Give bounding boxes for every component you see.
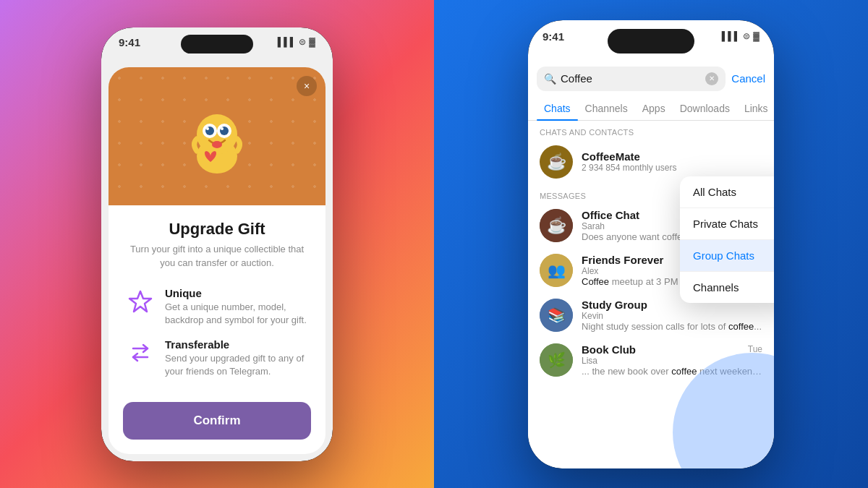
dynamic-island-right (608, 29, 694, 53)
signal-icon-right: ▌▌▌ (722, 31, 741, 41)
search-cancel-button[interactable]: Cancel (731, 72, 765, 85)
unique-description: Get a unique number, model, backdrop and… (165, 301, 308, 327)
status-time-left: 9:41 (119, 36, 140, 48)
gift-header: × (109, 67, 326, 206)
svg-point-1 (197, 114, 237, 155)
status-icons-right: ▌▌▌ ⊜ ▓ (722, 31, 760, 41)
avatar-coffeemate: ☕ (540, 145, 573, 179)
unique-icon (126, 287, 155, 316)
avatar-office: ☕ (540, 209, 573, 242)
dropdown-channels[interactable]: Channels (680, 272, 774, 303)
tab-chats[interactable]: Chats (537, 97, 578, 120)
svg-text:📚: 📚 (548, 307, 566, 324)
unique-title: Unique (165, 287, 308, 299)
transferable-feature-text: Transferable Send your upgraded gift to … (165, 338, 308, 378)
battery-icon-right: ▓ (753, 31, 760, 41)
tab-apps[interactable]: Apps (635, 97, 673, 120)
battery-icon-left: ▓ (309, 37, 315, 47)
search-clear-button[interactable]: ✕ (705, 72, 718, 85)
transferable-title: Transferable (165, 338, 308, 351)
svg-text:🌿: 🌿 (548, 351, 566, 369)
svg-point-7 (221, 127, 224, 130)
signal-icon-left: ▌▌▌ (278, 37, 297, 47)
search-icon: 🔍 (544, 73, 556, 85)
phone-content: 🔍 Coffee ✕ Cancel Chats Channels Ap (528, 61, 774, 468)
chat-info-coffeemate: CoffeeMate 2 934 854 monthly users (582, 150, 762, 173)
confirm-button[interactable]: Confirm (123, 402, 311, 440)
chat-sender-study: Kevin (582, 311, 762, 321)
chat-sub-coffeemate: 2 934 854 monthly users (582, 163, 762, 173)
avatar-book: 🌿 (540, 343, 573, 377)
avatar-study: 📚 (540, 299, 573, 332)
section-chats-header: CHATS AND CONTACTS (528, 121, 774, 140)
svg-point-8 (212, 141, 222, 148)
svg-point-6 (206, 127, 209, 130)
chat-name-office: Office Chat (582, 209, 639, 221)
status-time-right: 9:41 (542, 30, 564, 43)
right-panel: 9:41 ▌▌▌ ⊜ ▓ 🔍 Coffee ✕ Cancel (434, 0, 868, 488)
wifi-icon-right: ⊜ (743, 31, 750, 41)
wifi-icon-left: ⊜ (299, 37, 306, 47)
filter-dropdown: All Chats Private Chats Group Chats Chan… (680, 176, 774, 303)
tab-links[interactable]: Links (737, 97, 774, 120)
dynamic-island-left (181, 35, 253, 53)
tab-channels[interactable]: Channels (578, 97, 635, 120)
dropdown-group-chats[interactable]: Group Chats (680, 240, 774, 272)
gift-title-section: Upgrade Gift Turn your gift into a uniqu… (109, 205, 326, 275)
chat-info-study: Study Group Kevin Night study session ca… (582, 299, 762, 332)
dropdown-all-chats[interactable]: All Chats (680, 176, 774, 208)
dropdown-private-chats[interactable]: Private Chats (680, 208, 774, 240)
gift-feature-transferable: Transferable Send your upgraded gift to … (126, 338, 308, 378)
tabs-row: Chats Channels Apps Downloads Links (528, 97, 774, 121)
svg-marker-9 (129, 291, 151, 312)
left-panel: 9:41 ▌▌▌ ⊜ ▓ × (0, 0, 434, 488)
gift-feature-unique: Unique Get a unique number, model, backd… (126, 287, 308, 327)
search-bar: 🔍 Coffee ✕ Cancel (528, 61, 774, 97)
unique-feature-text: Unique Get a unique number, model, backd… (165, 287, 308, 327)
phone-left: 9:41 ▌▌▌ ⊜ ▓ × (101, 27, 333, 461)
gift-features: Unique Get a unique number, model, backd… (109, 275, 326, 402)
status-icons-left: ▌▌▌ ⊜ ▓ (278, 37, 315, 47)
gift-title: Upgrade Gift (126, 220, 308, 239)
gift-close-button[interactable]: × (297, 76, 317, 96)
svg-text:👥: 👥 (548, 262, 566, 279)
chat-name-book: Book Club (582, 343, 636, 356)
avatar-friends: 👥 (540, 254, 573, 287)
transferable-description: Send your upgraded gift to any of your f… (165, 352, 308, 378)
svg-text:☕: ☕ (547, 215, 567, 235)
search-value: Coffee (561, 72, 701, 85)
search-input-wrap[interactable]: 🔍 Coffee ✕ (537, 67, 726, 91)
tab-downloads[interactable]: Downloads (673, 97, 737, 120)
gift-subtitle: Turn your gift into a unique collectible… (126, 243, 308, 269)
gift-modal: × (109, 67, 326, 454)
phone-right: 9:41 ▌▌▌ ⊜ ▓ 🔍 Coffee ✕ Cancel (528, 20, 774, 468)
chat-preview-study: Night study session calls for lots of co… (582, 321, 762, 332)
transfer-icon (126, 338, 155, 367)
close-icon: × (304, 80, 310, 92)
gift-emoji (177, 104, 257, 194)
chat-name-coffeemate: CoffeeMate (582, 150, 762, 163)
